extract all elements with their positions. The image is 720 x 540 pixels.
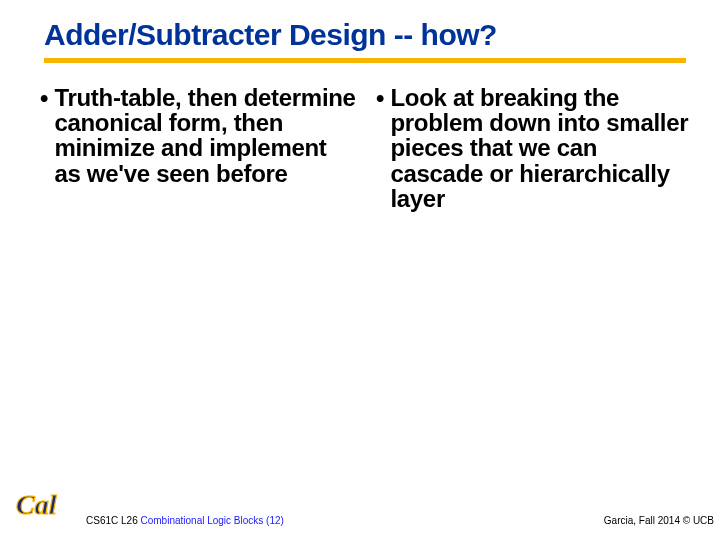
slide-title: Adder/Subtracter Design -- how? — [44, 18, 720, 52]
bullet-text-left: Truth-table, then determine canonical fo… — [54, 85, 356, 186]
left-column: • Truth-table, then determine canonical … — [40, 85, 356, 211]
footer-course: CS61C L26 — [86, 515, 140, 526]
right-column: • Look at breaking the problem down into… — [376, 85, 692, 211]
bullet-marker: • — [376, 85, 390, 211]
cal-logo-text: Cal — [16, 489, 57, 520]
bullet-item: • Truth-table, then determine canonical … — [40, 85, 356, 186]
footer-lecture: Combinational Logic Blocks (12) — [140, 515, 283, 526]
cal-logo-svg: Cal — [12, 484, 74, 524]
bullet-marker: • — [40, 85, 54, 186]
slide: Adder/Subtracter Design -- how? • Truth-… — [0, 0, 720, 540]
footer-right: Garcia, Fall 2014 © UCB — [604, 515, 714, 526]
bullet-item: • Look at breaking the problem down into… — [376, 85, 692, 211]
content-area: • Truth-table, then determine canonical … — [0, 63, 720, 211]
cal-logo: Cal — [12, 484, 74, 528]
footer-left: CS61C L26 Combinational Logic Blocks (12… — [86, 515, 284, 526]
bullet-text-right: Look at breaking the problem down into s… — [390, 85, 692, 211]
title-container: Adder/Subtracter Design -- how? — [0, 0, 720, 52]
footer: Cal CS61C L26 Combinational Logic Blocks… — [0, 488, 720, 534]
